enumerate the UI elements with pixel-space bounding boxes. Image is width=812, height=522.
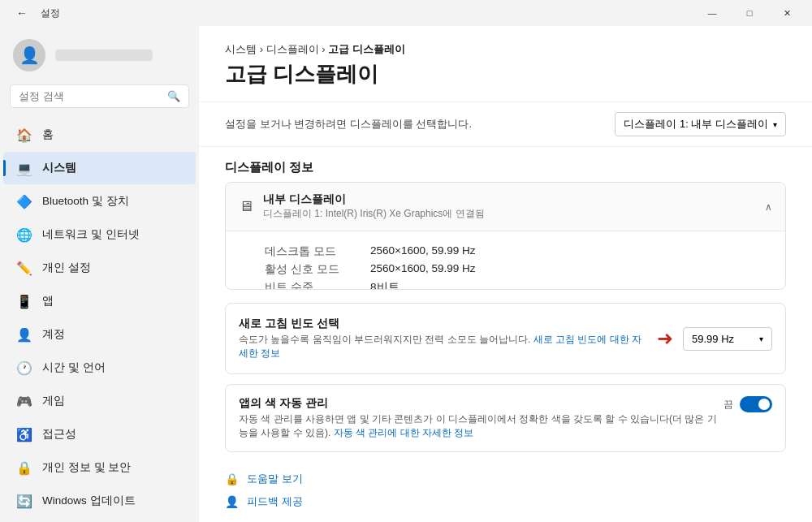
info-row-desktop: 데스크톱 모드 2560×1600, 59.99 Hz — [265, 244, 772, 259]
color-management-toggle[interactable] — [740, 396, 772, 412]
titlebar-controls: — □ ✕ — [693, 0, 806, 26]
profile-area: 👤 — [0, 26, 199, 78]
info-row-bits: 비트 수준 8비트 — [265, 280, 772, 290]
home-icon: 🏠 — [16, 127, 32, 143]
breadcrumb-advanced: 고급 디스플레이 — [328, 43, 405, 55]
info-label-active: 활성 신호 모드 — [265, 262, 370, 277]
search-icon: 🔍 — [167, 90, 180, 102]
time-icon: 🕐 — [16, 360, 32, 376]
display-card-body: 데스크톱 모드 2560×1600, 59.99 Hz 활성 신호 모드 256… — [226, 231, 785, 290]
refresh-arrow-icon: ➜ — [657, 327, 673, 350]
sidebar-item-windows-update-label: Windows 업데이트 — [42, 494, 136, 508]
sidebar-item-accounts[interactable]: 👤 계정 — [3, 318, 196, 351]
sidebar-item-accessibility[interactable]: ♿ 접근성 — [3, 418, 196, 451]
color-desc: 자동 색 관리를 사용하면 앱 및 기타 콘텐츠가 이 디스플레이에서 정확한 … — [239, 412, 723, 440]
bluetooth-icon: 🔷 — [16, 193, 32, 209]
apps-icon: 📱 — [16, 293, 32, 309]
sidebar-item-privacy-label: 개인 정보 및 보안 — [42, 460, 131, 475]
sidebar-item-apps[interactable]: 📱 앱 — [3, 285, 196, 317]
search-input[interactable] — [19, 90, 161, 102]
network-icon: 🌐 — [16, 226, 32, 243]
color-management-section: 앱의 색 자동 관리 자동 색 관리를 사용하면 앱 및 기타 콘텐츠가 이 디… — [225, 384, 786, 452]
sidebar-item-bluetooth-label: Bluetooth 및 장치 — [42, 194, 129, 209]
breadcrumb-system: 시스템 — [225, 43, 257, 55]
help-link[interactable]: 🔒 도움말 보기 — [225, 472, 786, 486]
sidebar-item-system-label: 시스템 — [42, 161, 76, 175]
privacy-icon: 🔒 — [16, 459, 32, 476]
color-management-title: 앱의 색 자동 관리 — [239, 396, 723, 411]
refresh-rate-section: 새로 고침 빈도 선택 속도가 높을수록 움직임이 부드러워지지만 전력 소모도… — [225, 303, 786, 374]
info-label-desktop: 데스크톱 모드 — [265, 244, 370, 259]
display-info-card: 🖥 내부 디스플레이 디스플레이 1: Intel(R) Iris(R) Xe … — [225, 182, 786, 290]
breadcrumb-sep1: › — [260, 43, 266, 55]
search-box[interactable]: 🔍 — [10, 84, 189, 108]
info-label-bits: 비트 수준 — [265, 280, 370, 290]
display-card-header[interactable]: 🖥 내부 디스플레이 디스플레이 1: Intel(R) Iris(R) Xe … — [226, 183, 785, 231]
info-value-active: 2560×1600, 59.99 Hz — [370, 262, 475, 277]
breadcrumb-sep2: › — [322, 43, 328, 55]
display-selector-text: 설정을 보거나 변경하려면 디스플레이를 선택합니다. — [225, 117, 472, 132]
breadcrumb: 시스템 › 디스플레이 › 고급 디스플레이 — [225, 42, 786, 57]
avatar: 👤 — [13, 39, 45, 71]
page-title: 고급 디스플레이 — [225, 60, 786, 88]
display-dropdown[interactable]: 디스플레이 1: 내부 디스플레이 ▾ — [615, 112, 786, 136]
help-link-label: 도움말 보기 — [247, 472, 303, 486]
help-icon: 🔒 — [225, 472, 239, 485]
section-title-display-info: 디스플레이 정보 — [199, 147, 812, 182]
content-area: 시스템 › 디스플레이 › 고급 디스플레이 고급 디스플레이 설정을 보거나 … — [199, 26, 812, 522]
sidebar-item-gaming-label: 게임 — [42, 394, 65, 408]
profile-name-placeholder — [55, 50, 153, 61]
sidebar-item-network-label: 네트워크 및 인터넷 — [42, 227, 140, 242]
titlebar-left: ← 설정 — [10, 3, 60, 23]
sidebar-item-system[interactable]: 💻 시스템 — [3, 152, 196, 184]
minimize-button[interactable]: — — [693, 0, 731, 26]
sidebar-item-accessibility-label: 접근성 — [42, 427, 76, 442]
maximize-button[interactable]: □ — [731, 0, 768, 26]
sidebar-item-bluetooth[interactable]: 🔷 Bluetooth 및 장치 — [3, 185, 196, 218]
refresh-desc: 속도가 높을수록 움직임이 부드러워지지만 전력 소모도 늘어납니다. 새로 고… — [239, 333, 645, 360]
close-button[interactable]: ✕ — [768, 0, 806, 26]
refresh-rate-value: 59.99 Hz — [692, 333, 734, 345]
sidebar-item-gaming[interactable]: 🎮 게임 — [3, 385, 196, 417]
info-value-bits: 8비트 — [370, 280, 400, 290]
refresh-title: 새로 고침 빈도 선택 — [239, 317, 647, 331]
sidebar-item-network[interactable]: 🌐 네트워크 및 인터넷 — [3, 218, 196, 251]
refresh-desc-text: 속도가 높을수록 움직임이 부드러워지지만 전력 소모도 늘어납니다. — [239, 334, 530, 345]
feedback-link[interactable]: 👤 피드백 제공 — [225, 494, 786, 509]
display-dropdown-label: 디스플레이 1: 내부 디스플레이 — [624, 117, 768, 132]
toggle-label: 끔 — [723, 398, 733, 412]
display-card-name-block: 내부 디스플레이 디스플레이 1: Intel(R) Iris(R) Xe Gr… — [263, 192, 485, 221]
chevron-down-icon: ▾ — [773, 120, 777, 129]
info-value-desktop: 2560×1600, 59.99 Hz — [370, 244, 475, 259]
sidebar-item-home[interactable]: 🏠 홈 — [3, 119, 196, 151]
system-icon: 💻 — [16, 160, 32, 176]
color-left: 앱의 색 자동 관리 자동 색 관리를 사용하면 앱 및 기타 콘텐츠가 이 디… — [239, 396, 723, 440]
sidebar-item-privacy[interactable]: 🔒 개인 정보 및 보안 — [3, 451, 196, 484]
app-container: 👤 🔍 🏠 홈 💻 시스템 🔷 Bluetooth 및 장치 🌐 네트워크 및 — [0, 26, 812, 522]
titlebar-title: 설정 — [41, 6, 60, 20]
refresh-rate-dropdown[interactable]: 59.99 Hz ▾ — [683, 327, 772, 351]
titlebar: ← 설정 — □ ✕ — [0, 0, 812, 26]
display-card-name: 내부 디스플레이 — [263, 192, 485, 207]
info-row-active: 활성 신호 모드 2560×1600, 59.99 Hz — [265, 262, 772, 277]
sidebar: 👤 🔍 🏠 홈 💻 시스템 🔷 Bluetooth 및 장치 🌐 네트워크 및 — [0, 26, 199, 522]
chevron-up-icon: ∧ — [765, 201, 772, 213]
refresh-left: 새로 고침 빈도 선택 속도가 높을수록 움직임이 부드러워지지만 전력 소모도… — [239, 317, 647, 360]
accessibility-icon: ♿ — [16, 426, 32, 442]
sidebar-item-apps-label: 앱 — [42, 294, 54, 308]
chevron-down-icon: ▾ — [759, 334, 763, 343]
sidebar-item-personal[interactable]: ✏️ 개인 설정 — [3, 252, 196, 284]
sidebar-item-home-label: 홈 — [42, 127, 54, 142]
feedback-link-label: 피드백 제공 — [247, 494, 303, 509]
sidebar-item-time[interactable]: 🕐 시간 및 언어 — [3, 352, 196, 384]
display-card-connection: 디스플레이 1: Intel(R) Iris(R) Xe Graphics에 연… — [263, 207, 485, 221]
color-management-link[interactable]: 자동 색 관리에 대한 자세한 정보 — [334, 427, 474, 438]
accounts-icon: 👤 — [16, 326, 32, 343]
back-button[interactable]: ← — [10, 3, 34, 23]
monitor-icon: 🖥 — [239, 198, 253, 215]
nav-list: 🏠 홈 💻 시스템 🔷 Bluetooth 및 장치 🌐 네트워크 및 인터넷 … — [0, 114, 199, 521]
windows-update-icon: 🔄 — [16, 493, 32, 509]
sidebar-item-windows-update[interactable]: 🔄 Windows 업데이트 — [3, 485, 196, 517]
refresh-row: 새로 고침 빈도 선택 속도가 높을수록 움직임이 부드러워지지만 전력 소모도… — [239, 317, 772, 360]
gaming-icon: 🎮 — [16, 393, 32, 409]
